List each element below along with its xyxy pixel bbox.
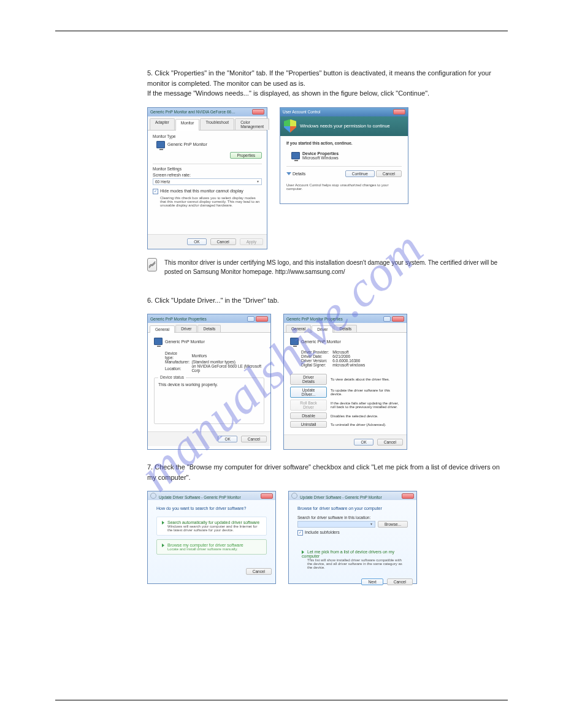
- value-device-type: Monitors: [191, 351, 264, 360]
- value-driver-date: 6/21/2006: [332, 354, 365, 358]
- value-location: on NVIDIA GeForce 6600 LE (Microsoft Cor…: [191, 364, 264, 373]
- device-name: Generic PnP Monitor: [301, 339, 341, 344]
- hide-modes-checkbox[interactable]: ✓: [153, 189, 158, 194]
- location-combo[interactable]: [297, 521, 375, 528]
- dialog-update-wizard-2: Update Driver Software - Generic PnP Mon…: [288, 491, 417, 584]
- close-icon[interactable]: [252, 109, 264, 115]
- details-toggle[interactable]: Details: [286, 172, 305, 176]
- uac-header-text: Windows needs your permission to continu…: [300, 123, 390, 129]
- uninstall-desc: To uninstall the driver (Advanced).: [327, 421, 400, 428]
- back-icon[interactable]: [291, 493, 297, 499]
- titlebar[interactable]: Generic PnP Monitor Properties: [148, 314, 270, 323]
- close-icon[interactable]: [402, 493, 414, 499]
- note-icon: [147, 258, 157, 271]
- ok-button[interactable]: OK: [218, 436, 237, 442]
- option-desc: Locate and install driver software manua…: [167, 547, 261, 551]
- dialog-general-tab: Generic PnP Monitor Properties General D…: [147, 314, 271, 450]
- uac-publisher: Microsoft Windows: [302, 156, 339, 160]
- tab-general[interactable]: General: [150, 325, 175, 333]
- label-search-location: Search for driver software in this locat…: [297, 515, 408, 520]
- label-digital-signer: Digital Signer:: [301, 363, 332, 367]
- titlebar[interactable]: Update Driver Software - Generic PnP Mon…: [148, 491, 275, 500]
- close-icon[interactable]: [256, 316, 268, 322]
- help-icon[interactable]: [383, 316, 391, 322]
- arrow-right-icon: [162, 521, 164, 525]
- browse-button[interactable]: Browse...: [378, 521, 408, 528]
- cancel-button[interactable]: Cancel: [246, 568, 272, 575]
- tab-troubleshoot[interactable]: Troubleshoot: [200, 118, 234, 130]
- uac-lead: If you started this action, continue.: [286, 141, 402, 145]
- option-title: Browse my computer for driver software: [167, 543, 243, 547]
- tab-driver[interactable]: Driver: [175, 325, 197, 332]
- properties-button[interactable]: Properties: [230, 152, 262, 159]
- continue-button[interactable]: Continue: [345, 170, 375, 177]
- dialog-footer: OK Cancel Apply: [148, 234, 267, 249]
- driver-details-button[interactable]: Driver Details: [290, 374, 327, 385]
- cancel-button[interactable]: Cancel: [387, 578, 413, 585]
- uac-header: Windows needs your permission to continu…: [280, 116, 408, 136]
- chevron-down-icon: [286, 172, 291, 175]
- next-button[interactable]: Next: [361, 578, 383, 585]
- include-subfolders-checkbox[interactable]: ✓: [297, 530, 303, 536]
- dialog-footer: OK Cancel: [284, 434, 407, 449]
- label-driver-provider: Driver Provider:: [301, 350, 332, 354]
- tabs: Adapter Monitor Troubleshoot Color Manag…: [148, 116, 267, 131]
- back-icon[interactable]: [150, 493, 156, 499]
- tab-color-management[interactable]: Color Management: [235, 118, 269, 130]
- cancel-button[interactable]: Cancel: [377, 439, 403, 446]
- ok-button[interactable]: OK: [354, 439, 373, 446]
- window-title: Update Driver Software - Generic PnP Mon…: [159, 495, 241, 499]
- help-icon[interactable]: [247, 316, 255, 322]
- driver-details-desc: To view details about the driver files.: [327, 374, 400, 385]
- tab-details[interactable]: Details: [334, 325, 357, 332]
- label-device-status: Device status: [158, 375, 186, 379]
- device-status-text: This device is working properly.: [158, 382, 260, 387]
- uac-footnote: User Account Control helps stop unauthor…: [286, 183, 402, 191]
- disable-desc: Disables the selected device.: [327, 412, 400, 419]
- rollback-driver-desc: If the device fails after updating the d…: [327, 400, 400, 411]
- titlebar[interactable]: User Account Control: [280, 108, 408, 116]
- tab-driver[interactable]: Driver: [312, 325, 333, 333]
- ok-button[interactable]: OK: [187, 238, 206, 245]
- option-title: Let me pick from a list of device driver…: [302, 550, 394, 558]
- update-driver-button[interactable]: Update Driver...: [290, 387, 327, 398]
- titlebar[interactable]: Update Driver Software - Generic PnP Mon…: [289, 491, 416, 500]
- shield-icon: [284, 119, 296, 133]
- step-5-text: 5. Click "Properties" in the "Monitor" t…: [147, 68, 508, 99]
- close-icon[interactable]: [393, 109, 405, 115]
- monitor-name: Generic PnP Monitor: [167, 142, 207, 146]
- label-monitor-settings: Monitor Settings: [153, 167, 262, 171]
- value-driver-version: 6.0.6000.16386: [332, 358, 365, 363]
- close-icon[interactable]: [392, 316, 404, 322]
- uninstall-button[interactable]: Uninstall: [290, 421, 327, 428]
- disable-button[interactable]: Disable: [290, 412, 327, 419]
- cancel-button[interactable]: Cancel: [376, 170, 402, 177]
- device-name: Generic PnP Monitor: [165, 339, 205, 344]
- titlebar[interactable]: Generic PnP Monitor Properties: [284, 314, 407, 323]
- window-title: Generic PnP Monitor and NVIDIA GeForce 6…: [150, 110, 236, 114]
- close-icon[interactable]: [261, 493, 273, 499]
- window-title: User Account Control: [283, 110, 320, 114]
- uac-item: Device Properties: [302, 151, 339, 156]
- cancel-button[interactable]: Cancel: [241, 436, 267, 442]
- tab-monitor[interactable]: Monitor: [175, 119, 200, 131]
- monitor-icon: [156, 141, 165, 148]
- tab-details[interactable]: Details: [197, 325, 221, 332]
- dialog-driver-tab: Generic PnP Monitor Properties General D…: [283, 314, 407, 450]
- apply-button[interactable]: Apply: [240, 238, 263, 245]
- option-browse-computer[interactable]: Browse my computer for driver software L…: [156, 539, 267, 555]
- tab-general[interactable]: General: [286, 325, 311, 332]
- option-pick-from-list[interactable]: Let me pick from a list of device driver…: [297, 547, 408, 572]
- tab-adapter[interactable]: Adapter: [150, 118, 175, 130]
- titlebar[interactable]: Generic PnP Monitor and NVIDIA GeForce 6…: [148, 108, 267, 116]
- window-title: Update Driver Software - Generic PnP Mon…: [300, 495, 382, 499]
- step-7-text: 7. Check the "Browse my computer for dri…: [147, 462, 508, 482]
- option-search-auto[interactable]: Search automatically for updated driver …: [156, 517, 267, 536]
- cancel-button[interactable]: Cancel: [210, 238, 236, 245]
- tabs: General Driver Details: [148, 323, 270, 333]
- refresh-rate-combo[interactable]: 60 Hertz: [153, 178, 262, 185]
- dialog-footer: Cancel: [148, 564, 275, 578]
- arrow-right-icon: [162, 544, 164, 547]
- monitor-icon: [290, 338, 299, 345]
- device-icon: [291, 152, 300, 159]
